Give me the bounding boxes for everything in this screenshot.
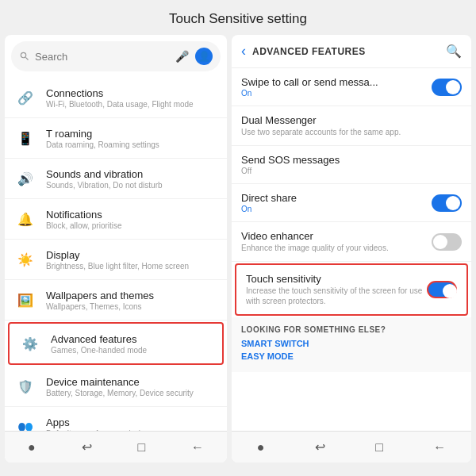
advanced-icon: ⚙️ [17,331,43,356]
looking-title: LOOKING FOR SOMETHING ELSE? [241,325,462,334]
troaming-icon: 📱 [13,125,38,151]
right-nav-home[interactable]: □ [375,440,383,455]
connections-name: Connections [46,87,219,99]
feature-item-directshare: Direct share On [232,184,471,222]
setting-item-connections[interactable]: 🔗 Connections Wi-Fi, Bluetooth, Data usa… [5,78,227,118]
connections-desc: Wi-Fi, Bluetooth, Data usage, Flight mod… [46,100,219,109]
setting-item-maintenance[interactable]: 🛡️ Device maintenance Battery, Storage, … [5,367,227,407]
display-name: Display [46,249,219,261]
search-input[interactable] [35,51,168,63]
setting-item-notifications[interactable]: 🔔 Notifications Block, allow, prioritise [5,199,227,240]
setting-item-wallpapers[interactable]: 🖼️ Wallpapers and themes Wallpapers, The… [5,280,227,321]
sounds-name: Sounds and vibration [46,168,219,180]
troaming-desc: Data roaming, Roaming settings [46,140,219,149]
notifications-icon: 🔔 [13,206,38,232]
setting-item-sounds[interactable]: 🔊 Sounds and vibration Sounds, Vibration… [5,159,227,199]
notifications-name: Notifications [46,209,219,221]
right-panel: ‹ ADVANCED FEATURES 🔍 Swipe to call or s… [232,35,471,463]
touchsensitivity-name: Touch sensitivity [246,273,427,285]
right-nav-back[interactable]: ↩ [315,440,325,455]
directshare-name: Direct share [241,192,432,204]
setting-item-troaming[interactable]: 📱 T roaming Data roaming, Roaming settin… [5,118,227,159]
left-nav-back[interactable]: ↩ [82,440,92,455]
feature-item-sos: Send SOS messages Off [232,146,471,184]
sos-name: Send SOS messages [241,154,462,166]
feature-item-swipe: Swipe to call or send messa... On [232,68,471,106]
apps-name: Apps [46,416,219,428]
setting-item-apps[interactable]: 👥 Apps Default apps, App permissions [5,407,227,431]
search-bar[interactable]: 🎤 👤 [11,41,221,71]
advanced-name: Advanced features [51,333,214,345]
left-nav-arrow[interactable]: ← [191,440,204,455]
right-nav-arrow[interactable]: ← [433,440,446,455]
videoenhancer-name: Video enhancer [241,230,432,242]
right-nav-dot[interactable]: ● [257,440,265,455]
search-icon [19,51,30,62]
page-title: Touch Sensitive setting [0,0,476,35]
features-list: Swipe to call or send messa... On Dual M… [232,68,471,431]
feature-item-dual: Dual Messenger Use two separate accounts… [232,106,471,146]
mic-icon: 🎤 [173,48,190,65]
swipe-name: Swipe to call or send messa... [241,76,432,88]
touchsensitivity-toggle[interactable] [427,281,457,298]
wallpapers-name: Wallpapers and themes [46,290,219,301]
profile-icon: 👤 [195,48,213,65]
maintenance-icon: 🛡️ [13,374,38,399]
dual-desc: Use two separate accounts for the same a… [241,127,462,137]
apps-icon: 👥 [13,414,38,431]
wallpapers-icon: 🖼️ [13,287,38,313]
videoenhancer-desc: Enhance the image quality of your videos… [241,243,432,253]
right-bottom-nav: ● ↩ □ ← [232,431,471,463]
panels: 🎤 👤 🔗 Connections Wi-Fi, Bluetooth, Data… [0,35,476,467]
sos-status: Off [241,167,462,175]
easy-mode-link[interactable]: EASY MODE [241,351,462,361]
directshare-status: On [241,205,432,213]
troaming-name: T roaming [46,128,219,140]
sounds-desc: Sounds, Vibration, Do not disturb [46,181,219,190]
page-wrapper: Touch Sensitive setting 🎤 👤 🔗 Connection… [0,0,476,467]
left-nav-dot[interactable]: ● [28,440,36,455]
notifications-desc: Block, allow, prioritise [46,221,219,230]
display-icon: ☀️ [13,247,38,272]
sounds-icon: 🔊 [13,166,38,191]
back-arrow-icon[interactable]: ‹ [241,43,246,60]
maintenance-desc: Battery, Storage, Memory, Device securit… [46,389,219,397]
wallpapers-desc: Wallpapers, Themes, Icons [46,302,219,311]
dual-name: Dual Messenger [241,114,462,126]
right-search-icon[interactable]: 🔍 [446,44,462,59]
looking-section: LOOKING FOR SOMETHING ELSE? SMART SWITCH… [232,317,471,372]
advanced-desc: Games, One-handed mode [51,346,214,355]
videoenhancer-toggle[interactable] [432,233,462,251]
setting-item-advanced[interactable]: ⚙️ Advanced features Games, One-handed m… [8,322,224,365]
touchsensitivity-desc: Increase the touch sensitivity of the sc… [246,286,427,306]
feature-item-videoenhancer: Video enhancer Enhance the image quality… [232,222,471,262]
swipe-toggle[interactable] [432,79,462,96]
setting-item-display[interactable]: ☀️ Display Brightness, Blue light filter… [5,240,227,280]
settings-list: 🔗 Connections Wi-Fi, Bluetooth, Data usa… [5,78,227,431]
feature-item-touchsensitivity: Touch sensitivity Increase the touch sen… [235,263,468,316]
left-panel: 🎤 👤 🔗 Connections Wi-Fi, Bluetooth, Data… [5,35,227,463]
left-nav-home[interactable]: □ [137,440,145,455]
right-header-title: ADVANCED FEATURES [252,46,446,57]
smart-switch-link[interactable]: SMART SWITCH [241,339,462,348]
swipe-status: On [241,89,432,98]
display-desc: Brightness, Blue light filter, Home scre… [46,262,219,271]
right-header: ‹ ADVANCED FEATURES 🔍 [232,35,471,68]
maintenance-name: Device maintenance [46,376,219,388]
left-bottom-nav: ● ↩ □ ← [5,431,227,463]
connections-icon: 🔗 [13,85,38,110]
directshare-toggle[interactable] [432,194,462,212]
